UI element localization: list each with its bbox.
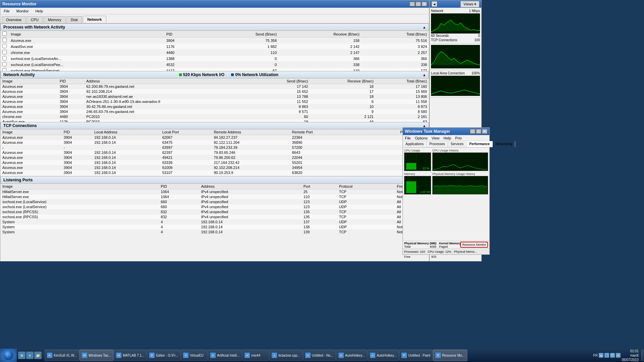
network-activity-collapse-icon[interactable]: ▲ [423,73,426,77]
table-row[interactable]: svchost.exe (LocalService) 660 IPv4 unsp… [0,204,429,209]
row-checkbox[interactable] [2,62,7,66]
menu-file[interactable]: File [2,8,12,14]
taskbar-item[interactable]: W Windows Tas... [79,350,113,361]
tm-menu-view[interactable]: View [430,136,441,140]
table-row[interactable]: AvastSvc.exe 1176 PC2010 19 44 63 [0,119,429,122]
menu-monitor[interactable]: Monitor [14,8,31,14]
table-row[interactable]: hMailServer.exe 1064 IPv4 unspecified 25… [0,189,429,194]
tm-minimize[interactable]: ─ [470,129,475,134]
ql-show-desktop[interactable]: ⊞ [18,352,25,359]
table-row[interactable]: System 4 192.168.0.14 138 UDP Not [0,225,429,230]
table-row[interactable]: Azureus.exe 3904 192.168.0.14 53107 90.1… [0,170,429,175]
table-row[interactable]: svchost.exe (LocalService) 660 IPv6 unsp… [0,199,429,204]
table-row[interactable]: svchost.exe (RPCSS) 832 IPv4 unspecified… [0,215,429,220]
cell-remote-port: 22044 [290,155,352,160]
close-button[interactable]: ✕ [422,2,427,6]
table-row[interactable]: Azureus.exe 3904 192.168.0.14 63339 217.… [0,160,429,165]
row-checkbox[interactable] [2,38,7,42]
table-row[interactable]: Azureus.exe 3904 192.168.0.14 63475 82.1… [0,140,429,145]
network-activity-table-container[interactable]: Image PID Address Send (B/sec) Receive (… [0,78,429,122]
table-row[interactable]: Azureus.exe 3904 192.168.0.14 61009 92.1… [0,165,429,170]
table-row[interactable]: Azureus.exe 3904 AOrleans-251-1-30-9.w90… [0,99,429,104]
processes-select-all[interactable] [2,32,7,36]
listening-table-container[interactable]: Image PID Address Port Protocol Fire hMa… [0,184,429,235]
cell-send: 60 [255,114,310,119]
ql-ie[interactable]: e [26,352,34,359]
tm-tab-services[interactable]: Services [448,141,467,147]
tm-menu-prio[interactable]: Prio [454,136,463,140]
minimize-button[interactable]: ─ [410,2,415,6]
taskbar-item[interactable]: U Untitled - No... [303,350,336,361]
views-button[interactable]: Views ▾ [461,1,479,7]
row-checkbox[interactable] [2,68,7,71]
table-row[interactable]: System 4 192.168.0.14 139 TCP Not [0,230,429,235]
listening-header[interactable]: Listening Ports ▲ [0,176,429,184]
taskbar-item[interactable]: R Resource Mo... [433,350,467,361]
ql-folder[interactable]: 📁 [34,352,42,359]
table-row[interactable]: Azureus.exe 3904 75 358 158 75 516 [0,38,429,44]
processes-header[interactable]: Processes with Network Activity ▲ [0,23,429,31]
tm-tab-applications[interactable]: Applications [403,141,427,147]
taskbar-item[interactable]: M MATLAB 7.1... [114,350,147,361]
tcp-graph-canvas [431,45,480,68]
table-row[interactable]: svchost.exe (LocalServiceAn... 1388 0 36… [0,56,429,62]
taskbar-item[interactable]: t tictactoe.cpp... [269,350,302,361]
table-row[interactable]: chrome.exe 4480 110 2 147 2 257 [0,50,429,56]
processes-collapse-icon[interactable]: ▲ [423,25,426,29]
tm-tab-performance[interactable]: Performance [467,141,493,147]
table-row[interactable]: chrome.exe 4480 PC2010 60 2 121 2 181 [0,114,429,119]
table-row[interactable]: - - 63997 79.184.233.39 57200 0 [0,145,429,150]
table-row[interactable]: Azureus.exe 3904 92.102.208.214 15 652 1… [0,89,429,94]
table-row[interactable]: Azureus.exe 3904 246.65.83-79.rev.gaolan… [0,109,429,114]
row-checkbox[interactable] [2,44,7,48]
tcp-collapse-icon[interactable]: ▲ [423,124,426,128]
table-row[interactable]: svchost.exe (RPCSS) 832 IPv6 unspecified… [0,209,429,215]
table-row[interactable]: Azureus.exe 3904 192.168.0.14 62397 79.8… [0,150,429,155]
table-row[interactable]: AvastSvc.exe 1176 1 682 2 142 3 824 [0,44,429,50]
taskbar-item[interactable]: A Artificial Intell... [208,350,242,361]
tab-disk[interactable]: Disk [66,16,82,23]
tm-menu-options[interactable]: Options [414,136,429,140]
tab-memory[interactable]: Memory [44,16,66,23]
cell-pid: 3904 [62,135,92,140]
table-row[interactable]: Azureus.exe 3904 192.168.0.14 49421 79.8… [0,155,429,160]
tcp-table-container[interactable]: Image PID Local Address Local Port Remot… [0,129,429,176]
row-checkbox[interactable] [2,50,7,54]
resource-monitor-button[interactable]: Resource Monitor [460,242,488,248]
taskbar-item[interactable]: m mix44 [242,350,269,361]
sidebar-back-button[interactable]: ◄ [432,1,437,7]
menu-help[interactable]: Help [33,8,45,14]
tab-network[interactable]: Network [83,16,106,23]
tm-menu-file[interactable]: File [404,136,412,140]
cell-remote-addr: 79.83.65.246 [212,150,290,155]
table-row[interactable]: Azureus.exe 3904 62.200.86-79.rev.gaolan… [0,84,429,89]
table-row[interactable]: svchost.exe (LocalServicePee... 4532 0 3… [0,62,429,68]
tm-menu-help[interactable]: Help [442,136,452,140]
taskbar-item[interactable]: V VirtualDJ [181,350,208,361]
tm-tab-networking[interactable]: Networking [493,141,515,147]
table-row[interactable]: Azureus.exe 3904 ner-as18330.alshamil.ne… [0,94,429,99]
tab-cpu[interactable]: CPU [26,16,43,23]
tcp-header[interactable]: TCP Connections ▲ [0,122,429,129]
table-row[interactable]: Azureus.exe 3904 192.168.0.14 62067 94.1… [0,135,429,140]
table-row[interactable]: Azureus.exe 3904 30.42.76-86.rev.gaoland… [0,104,429,109]
rm-tabs-bar: Overview CPU Memory Disk Network [0,14,429,23]
tm-maximize[interactable]: □ [476,129,481,134]
table-row[interactable]: System 4 192.168.0.14 137 UDP All [0,220,429,225]
taskbar-item[interactable]: A AutoHotkey... [336,350,367,361]
tm-close[interactable]: ✕ [482,129,487,134]
tm-tab-processes[interactable]: Processes [427,141,448,147]
start-button[interactable] [0,349,17,362]
maximize-button[interactable]: □ [416,2,421,6]
tab-overview[interactable]: Overview [2,16,26,23]
taskbar-item[interactable]: P Untitled - Paint [399,350,433,361]
taskbar-item[interactable]: A AutoHotkey... [368,350,399,361]
processes-table-container[interactable]: Image PID Send (B/sec) Receive (B/sec) T… [0,31,429,71]
table-row[interactable]: svchost.exe (NetworkService) 1112 67 110… [0,68,429,71]
show-desktop-button[interactable] [641,350,644,361]
table-row[interactable]: hMailServer.exe 1064 IPv4 unspecified 11… [0,194,429,199]
taskbar-item[interactable]: E Editor - G:\Fr... [147,350,180,361]
network-activity-header[interactable]: Network Activity 520 Kbps Network I/O 0%… [0,71,429,78]
taskbar-item[interactable]: K KimSufi XL W... [45,350,79,361]
row-checkbox[interactable] [2,56,7,60]
